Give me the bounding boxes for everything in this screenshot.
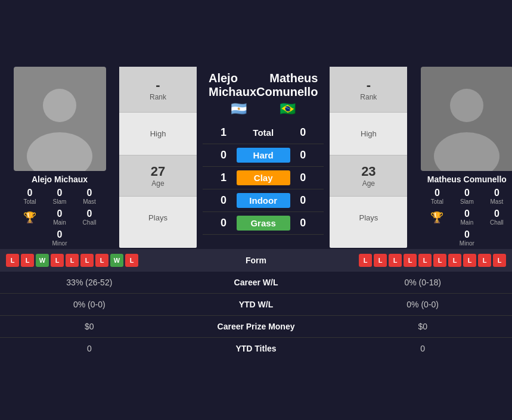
player1-career-wl: 33% (26-52) — [6, 278, 173, 287]
player2-minor-stat: 0 Minor — [452, 228, 481, 248]
form-badge-l: L — [359, 254, 372, 267]
player1-rank-section: - Rank — [119, 67, 197, 113]
player1-prize: $0 — [6, 322, 173, 331]
middle-section: - Rank High 27 Age Plays — [113, 67, 413, 248]
player1-plays-section: Plays — [119, 197, 197, 239]
svg-point-0 — [43, 89, 76, 122]
player2-high-section: High — [330, 113, 407, 155]
form-badge-l: L — [6, 254, 19, 267]
prize-row: $0 Career Prize Money $0 — [0, 316, 512, 338]
hard-row: 0 Hard 0 — [203, 144, 324, 167]
main-container: Alejo Michaux 0 Total 0 Slam 0 Mast 🏆 — [0, 61, 512, 359]
player1-slam-stat: 0 Slam — [45, 186, 74, 206]
player2-card: Matheus Comunello 0 Total 0 Slam 0 Mast … — [413, 67, 512, 248]
p1-name-header: Alejo Michaux — [209, 71, 256, 99]
ytd-wl-row: 0% (0-0) YTD W/L 0% (0-0) — [0, 294, 512, 316]
bottom-stats: 33% (26-52) Career W/L 0% (0-18) 0% (0-0… — [0, 272, 512, 359]
form-badge-l: L — [433, 254, 446, 267]
player1-minor-stat: 0 Minor — [45, 228, 74, 248]
form-badge-l: L — [448, 254, 461, 267]
flags-row: 🇦🇷 🇧🇷 — [203, 99, 324, 122]
trophy-icon-p2: 🏆 — [423, 207, 451, 227]
form-badge-l: L — [51, 254, 64, 267]
player1-high-section: High — [119, 113, 197, 155]
player1-ytd-wl: 0% (0-0) — [6, 300, 173, 309]
player1-mast-stat: 0 Mast — [75, 186, 104, 206]
svg-point-1 — [27, 132, 92, 171]
svg-point-2 — [450, 89, 483, 122]
form-badge-l: L — [463, 254, 476, 267]
top-section: Alejo Michaux 0 Total 0 Slam 0 Mast 🏆 — [0, 61, 512, 248]
trophy-icon-p1: 🏆 — [15, 207, 44, 227]
player2-titles: 0 — [339, 344, 506, 353]
form-badge-l: L — [80, 254, 94, 267]
center-stats: Alejo Michaux Matheus Comunello 🇦🇷 🇧🇷 1 … — [203, 67, 324, 248]
player2-mast-stat: 0 Mast — [482, 186, 511, 206]
form-badge-l: L — [125, 254, 138, 267]
player2-prize: $0 — [339, 322, 506, 331]
player2-main-stat: 0 Main — [452, 207, 481, 227]
player2-plays-section: Plays — [330, 197, 407, 239]
player1-main-stat: 0 Main — [45, 207, 74, 227]
titles-row: 0 YTD Titles 0 — [0, 338, 512, 359]
titles-label: YTD Titles — [173, 344, 340, 353]
player2-avatar — [421, 67, 512, 171]
player2-slam-stat: 0 Slam — [452, 186, 481, 206]
player2-total-stat: 0 Total — [423, 186, 451, 206]
form-badge-l: L — [374, 254, 387, 267]
player2-age-section: 23 Age — [330, 155, 407, 197]
indoor-row: 0 Indoor 0 — [203, 189, 324, 212]
player2-name: Matheus Comunello — [427, 175, 507, 184]
player2-ytd-wl: 0% (0-0) — [339, 300, 506, 309]
form-badge-w: W — [36, 254, 49, 267]
player1-name: Alejo Michaux — [32, 175, 88, 184]
player1-chall-stat: 0 Chall — [75, 207, 104, 227]
player1-card: Alejo Michaux 0 Total 0 Slam 0 Mast 🏆 — [6, 67, 113, 248]
player2-chall-stat: 0 Chall — [482, 207, 511, 227]
clay-row: 1 Clay 0 — [203, 167, 324, 189]
form-badge-l: L — [404, 254, 417, 267]
player2-career-wl: 0% (0-18) — [339, 278, 506, 287]
player1-age-section: 27 Age — [119, 155, 197, 197]
form-badge-l: L — [493, 254, 506, 267]
grass-row: 0 Grass 0 — [203, 212, 324, 235]
player2-rank-card: - Rank High 23 Age Plays — [330, 67, 407, 248]
form-badge-l: L — [478, 254, 491, 267]
total-row: 1 Total 0 — [203, 122, 324, 144]
player1-form: LLWLLLLWL — [6, 254, 232, 267]
player1-avatar — [14, 67, 106, 171]
player2-flag: 🇧🇷 — [280, 101, 296, 117]
svg-point-3 — [434, 132, 499, 171]
player1-stats: 0 Total 0 Slam 0 Mast 🏆 0 Main — [6, 186, 113, 248]
form-badge-w: W — [110, 254, 123, 267]
player1-rank-card: - Rank High 27 Age Plays — [119, 67, 197, 248]
player2-rank-section: - Rank — [330, 67, 407, 113]
player1-total-stat: 0 Total — [15, 186, 44, 206]
form-section: LLWLLLLWL Form LLLLLLLLLL — [0, 249, 512, 272]
form-badge-l: L — [95, 254, 108, 267]
form-badge-l: L — [66, 254, 79, 267]
player2-form: LLLLLLLLLL — [280, 254, 507, 267]
career-wl-row: 33% (26-52) Career W/L 0% (0-18) — [0, 272, 512, 294]
form-label: Form — [232, 256, 280, 265]
career-wl-label: Career W/L — [173, 278, 340, 287]
ytd-wl-label: YTD W/L — [173, 300, 340, 309]
player1-flag: 🇦🇷 — [231, 101, 247, 117]
player1-titles: 0 — [6, 344, 173, 353]
prize-label: Career Prize Money — [173, 322, 340, 331]
player2-stats: 0 Total 0 Slam 0 Mast 🏆 0 Main — [413, 186, 512, 248]
form-badge-l: L — [418, 254, 432, 267]
form-badge-l: L — [21, 254, 34, 267]
form-badge-l: L — [389, 254, 402, 267]
p2-name-header: Matheus Comunello — [256, 71, 318, 99]
